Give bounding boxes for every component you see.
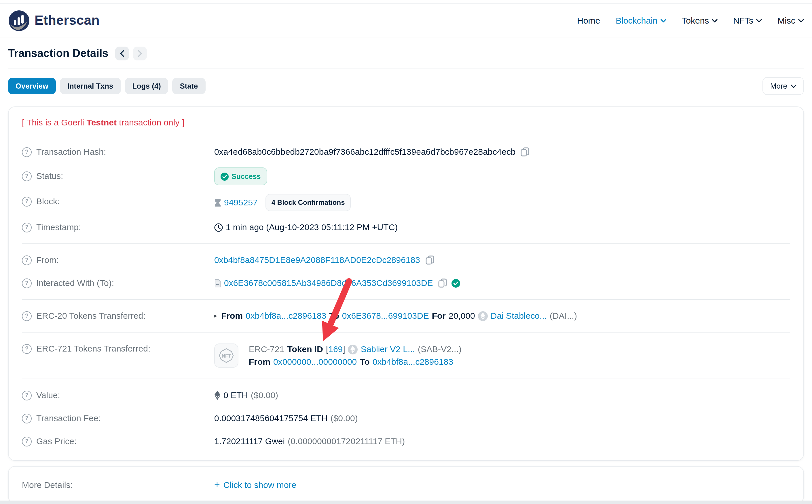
transaction-fee-amount: 0.000317485604175754 ETH ($0.00) bbox=[214, 413, 358, 424]
copy-icon[interactable] bbox=[425, 255, 434, 265]
tab-internal-txns[interactable]: Internal Txns bbox=[60, 78, 121, 94]
contract-file-icon bbox=[214, 279, 221, 287]
row-label: ? ERC-20 Tokens Transferred: bbox=[22, 310, 214, 322]
top-gap bbox=[0, 0, 812, 3]
block-value: 9495257 4 Block Confirmations bbox=[214, 194, 351, 211]
verified-check-icon bbox=[451, 279, 460, 287]
chevron-left-icon bbox=[120, 50, 124, 57]
status-badge: Success bbox=[214, 167, 267, 185]
nav-misc[interactable]: Misc bbox=[777, 16, 804, 25]
row-transaction-fee: ? Transaction Fee: 0.000317485604175754 … bbox=[22, 407, 790, 430]
erc20-amount: 20,000 bbox=[449, 310, 475, 322]
chevron-down-icon bbox=[756, 19, 762, 22]
title-divider bbox=[8, 68, 804, 68]
sablier-token-icon bbox=[348, 344, 358, 354]
more-dropdown-button[interactable]: More bbox=[763, 77, 804, 95]
erc20-to-address-link[interactable]: 0x6E3678...699103DE bbox=[342, 310, 429, 322]
tx-pager bbox=[115, 47, 147, 60]
nav-blockchain[interactable]: Blockchain bbox=[616, 16, 666, 25]
erc721-lines: ERC-721 Token ID [169] Sablier V2 L... (… bbox=[249, 343, 462, 368]
row-label: ? Transaction Hash: bbox=[22, 146, 214, 158]
more-details-card: More Details: + Click to show more bbox=[8, 466, 804, 503]
section-divider bbox=[22, 379, 790, 379]
help-icon[interactable]: ? bbox=[22, 390, 32, 400]
tab-overview[interactable]: Overview bbox=[8, 78, 56, 94]
nft-thumbnail[interactable]: NFT bbox=[214, 343, 239, 368]
eth-diamond-icon bbox=[214, 391, 221, 400]
caret-right-icon[interactable]: ▸ bbox=[214, 310, 217, 322]
block-number-link[interactable]: 9495257 bbox=[224, 197, 258, 208]
row-label: ? ERC-721 Tokens Transferred: bbox=[22, 343, 214, 354]
help-icon[interactable]: ? bbox=[22, 147, 32, 157]
from-address-link[interactable]: 0xb4bf8a8475D1E8e9A2088F118AD0E2cDc28961… bbox=[214, 254, 420, 266]
erc20-from-address-link[interactable]: 0xb4bf8a...c2896183 bbox=[246, 310, 326, 322]
nav-nfts[interactable]: NFTs bbox=[733, 16, 762, 25]
chevron-down-icon bbox=[660, 19, 666, 22]
chevron-right-icon bbox=[138, 50, 142, 57]
help-icon[interactable]: ? bbox=[22, 278, 32, 288]
page-title: Transaction Details bbox=[8, 47, 108, 60]
help-icon[interactable]: ? bbox=[22, 344, 32, 354]
value-amount: 0 ETH ($0.00) bbox=[214, 390, 278, 401]
testnet-notice: [ This is a Goerli Testnet transaction o… bbox=[22, 107, 790, 140]
nav-tokens[interactable]: Tokens bbox=[682, 16, 718, 25]
hourglass-icon bbox=[214, 198, 221, 207]
page-content: Transaction Details Overview Internal Tx… bbox=[0, 37, 812, 503]
section-divider bbox=[22, 299, 790, 300]
dai-token-icon bbox=[478, 311, 488, 321]
section-divider bbox=[22, 332, 790, 333]
erc20-transfer-item: ▸ From 0xb4bf8a...c2896183 To 0x6E3678..… bbox=[214, 310, 577, 322]
help-icon[interactable]: ? bbox=[22, 413, 32, 423]
help-icon[interactable]: ? bbox=[22, 222, 32, 232]
row-more-details: More Details: + Click to show more bbox=[22, 467, 790, 503]
erc721-from-address-link[interactable]: 0x000000...00000000 bbox=[273, 356, 357, 368]
help-icon[interactable]: ? bbox=[22, 196, 32, 206]
next-transaction-button[interactable] bbox=[133, 47, 147, 60]
help-icon[interactable]: ? bbox=[22, 311, 32, 321]
etherscan-logo[interactable]: Etherscan bbox=[8, 9, 100, 31]
clock-icon bbox=[214, 223, 223, 232]
etherscan-logo-icon bbox=[8, 9, 30, 31]
row-erc721-transfers: ? ERC-721 Tokens Transferred: NFT ERC-72… bbox=[22, 337, 790, 374]
transaction-overview-card: [ This is a Goerli Testnet transaction o… bbox=[8, 106, 804, 461]
erc721-line-2: From 0x000000...00000000 To 0xb4bf8a...c… bbox=[249, 356, 462, 368]
help-icon[interactable]: ? bbox=[22, 255, 32, 265]
copy-icon[interactable] bbox=[521, 147, 529, 156]
to-contract-address-link[interactable]: 0x6E3678c005815Ab34986D8d66A353Cd3699103… bbox=[224, 277, 433, 289]
token-id-wrap: [169] bbox=[326, 343, 345, 356]
erc721-line-1: ERC-721 Token ID [169] Sablier V2 L... (… bbox=[249, 343, 462, 356]
chevron-down-icon bbox=[798, 19, 804, 22]
nav-home[interactable]: Home bbox=[577, 16, 600, 25]
row-timestamp: ? Timestamp: 1 min ago (Aug-10-2023 05:1… bbox=[22, 216, 790, 239]
help-icon[interactable]: ? bbox=[22, 436, 32, 446]
erc721-token-name-link[interactable]: Sablier V2 L... bbox=[361, 343, 415, 356]
row-label: ? Timestamp: bbox=[22, 222, 214, 233]
previous-transaction-button[interactable] bbox=[115, 47, 129, 60]
row-label: ? Status: bbox=[22, 167, 214, 182]
row-label: ? From: bbox=[22, 254, 214, 266]
section-divider bbox=[22, 243, 790, 244]
status-value: Success bbox=[214, 167, 267, 185]
gas-price-amount: 1.720211117 Gwei (0.000000001720211117 E… bbox=[214, 436, 405, 447]
timestamp-value: 1 min ago (Aug-10-2023 05:11:12 PM +UTC) bbox=[214, 222, 398, 233]
row-label: ? Gas Price: bbox=[22, 436, 214, 447]
erc721-to-address-link[interactable]: 0xb4bf8a...c2896183 bbox=[373, 356, 453, 368]
tab-logs[interactable]: Logs (4) bbox=[125, 78, 168, 94]
erc721-token-id-link[interactable]: 169 bbox=[328, 343, 343, 356]
tab-state[interactable]: State bbox=[172, 78, 206, 94]
footer-strip bbox=[0, 501, 812, 504]
chevron-down-icon bbox=[791, 84, 796, 88]
row-transaction-hash: ? Transaction Hash: 0xa4ed68ab0c6bbedb27… bbox=[22, 140, 790, 163]
click-to-show-more-link[interactable]: + Click to show more bbox=[214, 480, 296, 490]
help-icon[interactable]: ? bbox=[22, 171, 32, 181]
transaction-hash-value: 0xa4ed68ab0c6bbedb2720ba9f7366abc12dfffc… bbox=[214, 146, 529, 158]
check-circle-icon bbox=[221, 172, 229, 180]
site-header: Etherscan Home Blockchain Tokens NFTs Mi… bbox=[0, 3, 812, 37]
tabs-row: Overview Internal Txns Logs (4) State Mo… bbox=[8, 77, 804, 95]
row-label: ? Transaction Fee: bbox=[22, 413, 214, 424]
svg-text:NFT: NFT bbox=[222, 354, 231, 358]
row-from: ? From: 0xb4bf8a8475D1E8e9A2088F118AD0E2… bbox=[22, 249, 790, 272]
copy-icon[interactable] bbox=[438, 278, 447, 288]
row-status: ? Status: Success bbox=[22, 163, 790, 189]
erc20-token-name-link[interactable]: Dai Stableco... bbox=[491, 310, 547, 322]
